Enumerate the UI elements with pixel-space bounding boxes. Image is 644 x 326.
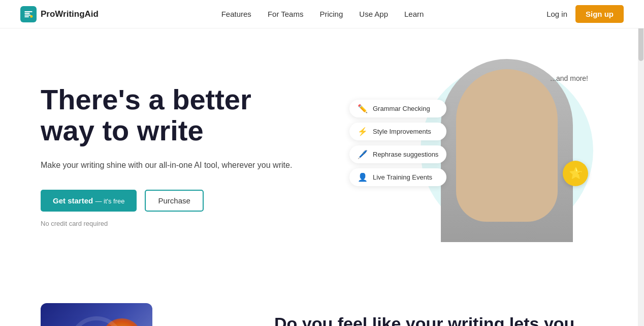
hero-title: There's a better way to write (41, 84, 292, 146)
section2-images: My idea in my head (41, 303, 234, 326)
pen-icon: 🖊️ (358, 150, 368, 159)
section2: My idea in my head Do you feel like your… (0, 273, 644, 326)
nav-use-app[interactable]: Use App (359, 10, 388, 18)
hero-buttons: Get started — it's free Purchase (41, 190, 292, 212)
image-back (41, 303, 152, 326)
hero-note: No credit card required (41, 220, 292, 227)
pill-training: 👤 Live Training Events (349, 168, 446, 186)
pill-style: ⚡ Style Improvements (349, 123, 446, 140)
svg-point-0 (30, 15, 33, 17)
nav-actions: Log in Sign up (546, 5, 624, 23)
hero-person-image (441, 59, 573, 242)
pencil-icon: ✏️ (358, 104, 368, 113)
logo-text: ProWritingAid (41, 9, 99, 19)
nav-for-teams[interactable]: For Teams (268, 10, 304, 18)
nav-features[interactable]: Features (221, 10, 251, 18)
section2-title: Do you feel like your writing lets you d… (274, 313, 603, 326)
get-started-button[interactable]: Get started — it's free (41, 190, 137, 212)
feature-pills: ✏️ Grammar Checking ⚡ Style Improvements… (349, 100, 446, 186)
signup-button[interactable]: Sign up (575, 5, 624, 23)
page-scrollbar[interactable] (638, 0, 644, 326)
star-badge: ⭐ (563, 161, 588, 186)
more-label: ...and more! (550, 74, 588, 82)
svg-point-1 (71, 318, 122, 326)
image-stack: My idea in my head (41, 303, 223, 326)
navbar: ProWritingAid Features For Teams Pricing… (0, 0, 644, 28)
hero-illustration: ✏️ Grammar Checking ⚡ Style Improvements… (349, 59, 603, 252)
purchase-button[interactable]: Purchase (145, 190, 203, 212)
logo-icon (20, 6, 37, 22)
section2-text: Do you feel like your writing lets you d… (274, 303, 603, 326)
nav-links: Features For Teams Pricing Use App Learn (221, 10, 424, 18)
person-face (456, 69, 558, 222)
pill-rephrase: 🖊️ Rephrase suggestions (349, 145, 446, 163)
pill-grammar: ✏️ Grammar Checking (349, 100, 446, 117)
nav-learn[interactable]: Learn (404, 10, 424, 18)
nav-pricing[interactable]: Pricing (319, 10, 343, 18)
logo-link[interactable]: ProWritingAid (20, 6, 99, 22)
lightning-icon: ⚡ (358, 127, 368, 136)
hero-section: There's a better way to write Make your … (0, 28, 644, 273)
login-link[interactable]: Log in (546, 10, 567, 18)
person-icon: 👤 (358, 172, 368, 182)
hero-left: There's a better way to write Make your … (41, 84, 292, 228)
hero-subtitle: Make your writing shine with our all-in-… (41, 159, 292, 172)
